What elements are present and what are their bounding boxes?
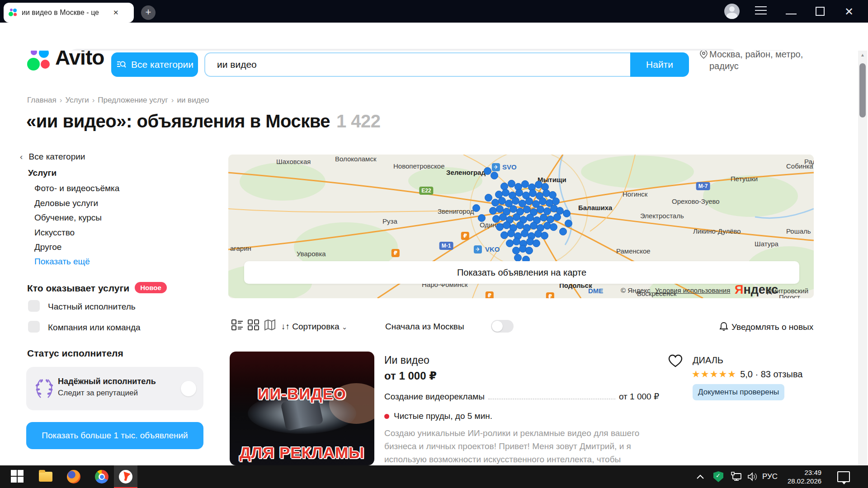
yandex-maps-logo[interactable]: Яндекс Карты: [735, 283, 814, 298]
map-badge: ₽: [486, 291, 494, 298]
tab-close-icon[interactable]: ✕: [113, 9, 119, 17]
map-label: Ликино-Дулёво: [693, 227, 741, 235]
page-title: «ии видео»: объявления в Москве1 422: [26, 111, 381, 131]
map-badge: ₽: [546, 292, 554, 298]
checkbox-private-performer[interactable]: [28, 300, 40, 312]
view-grid-icon[interactable]: [248, 319, 259, 331]
location-line2: радиус: [709, 61, 739, 71]
trusted-performer-toggle[interactable]: [181, 381, 196, 396]
restore-button[interactable]: [816, 7, 825, 16]
results-map[interactable]: ШаховскаяВолоколамскНовопетровскоеЗелено…: [228, 155, 814, 298]
file-explorer-icon[interactable]: [39, 470, 52, 483]
map-label: агарин: [230, 244, 251, 252]
firefox-icon[interactable]: [67, 470, 80, 483]
sort-label: Сортировка: [292, 322, 339, 331]
volume-icon[interactable]: [747, 465, 758, 488]
sidebar-back-label: Все категории: [29, 152, 85, 161]
screen: ии видео в Москве - це ✕ + ✕ ← ⟳ https:/…: [0, 0, 868, 488]
browser-tab[interactable]: ии видео в Москве - це ✕: [4, 3, 134, 23]
listing-image[interactable]: ИИ-ВИДЕО ДЛЯ РЕКЛАМЫ: [230, 352, 374, 465]
show-on-map-button[interactable]: Показать объявления на карте: [244, 261, 799, 284]
trusted-performer-title: Надёжный исполнитель: [58, 377, 156, 386]
avito-logo-text[interactable]: Avito: [55, 51, 104, 70]
sort-arrows-icon: ↓↑: [281, 322, 290, 331]
sidebar-item[interactable]: Деловые услуги: [34, 198, 98, 208]
map-label: Балашиха: [578, 204, 612, 211]
notifications-icon[interactable]: [837, 465, 850, 488]
yandex-browser-taskbar-item[interactable]: [114, 465, 137, 488]
map-dot: [514, 254, 522, 262]
map-label: Зеленоград: [446, 169, 486, 176]
scrollbar-thumb[interactable]: [859, 63, 866, 117]
all-categories-label: Все категории: [131, 59, 193, 70]
start-button-icon[interactable]: [11, 470, 24, 483]
breadcrumb-item[interactable]: Предложение услуг: [98, 96, 168, 104]
map-attribution: © Яндекс Условия использования: [621, 286, 730, 294]
sidebar-item[interactable]: Искусство: [34, 228, 75, 238]
tray-chevron-icon[interactable]: [696, 465, 704, 488]
chrome-icon[interactable]: [95, 470, 108, 483]
sidebar-item[interactable]: Фото- и видеосъёмка: [34, 183, 119, 193]
show-on-map-label: Показать объявления на карте: [457, 267, 586, 278]
tray-time: 23:49: [788, 468, 821, 477]
menu-icon[interactable]: [755, 6, 767, 15]
trusted-performer-subtitle: Следит за репутацией: [58, 389, 138, 398]
minimize-button[interactable]: [786, 14, 797, 14]
location-selector[interactable]: Москва, район, метро, радиус: [700, 51, 849, 72]
tray-date: 28.02.2026: [788, 477, 821, 485]
who-provides-label: Кто оказывает услуги: [27, 283, 129, 293]
view-list-icon[interactable]: [231, 319, 243, 331]
breadcrumb-item[interactable]: Услуги: [65, 96, 89, 104]
sidebar-show-more-link[interactable]: Показать ещё: [34, 257, 90, 267]
breadcrumb-item[interactable]: ии видео: [177, 96, 209, 104]
listing-title[interactable]: Ии видео: [384, 354, 429, 366]
checkbox-company-team-label[interactable]: Компания или команда: [48, 323, 141, 333]
clock[interactable]: 23:49 28.02.2026: [788, 465, 821, 488]
service-price: от 1 000 ₽: [619, 391, 659, 402]
map-label: Руза: [382, 217, 397, 225]
results-count: 1 422: [336, 111, 381, 131]
location-pin-icon: [700, 51, 708, 59]
chevron-down-icon: ⌄: [342, 323, 348, 331]
language-indicator[interactable]: РУС: [762, 465, 778, 488]
new-tab-button[interactable]: +: [141, 5, 156, 20]
sort-dropdown[interactable]: ↓↑ Сортировка ⌄: [281, 322, 347, 332]
notify-new-button[interactable]: Уведомлять о новых: [719, 322, 813, 332]
sidebar-back-link[interactable]: ‹ Все категории: [20, 152, 85, 162]
show-more-listings-button[interactable]: Показать больше 1 тыс. объявлений: [26, 422, 203, 449]
toggle-knob: [492, 321, 503, 332]
trusted-performer-card[interactable]: Надёжный исполнитель Следит за репутацие…: [26, 367, 203, 410]
listing-image-text-bottom: ДЛЯ РЕКЛАМЫ: [230, 444, 374, 462]
map-label: Звенигород: [438, 207, 474, 215]
security-shield-icon[interactable]: [713, 465, 723, 488]
view-map-icon[interactable]: [264, 319, 276, 331]
map-badge: М-1: [439, 242, 453, 250]
find-button[interactable]: Найти: [630, 52, 689, 77]
map-label: Раменское: [616, 247, 651, 255]
listing-price: от 1 000 ₽: [384, 370, 437, 382]
avito-logo-icon[interactable]: [26, 51, 53, 74]
search-input[interactable]: ии видео: [204, 52, 630, 77]
map-terms-link[interactable]: Условия использования: [655, 286, 731, 294]
checkbox-private-performer-label[interactable]: Частный исполнитель: [48, 302, 136, 312]
sidebar-item[interactable]: Обучение, курсы: [34, 213, 102, 223]
from-moscow-label[interactable]: Сначала из Москвы: [385, 322, 464, 332]
map-dot: [533, 239, 540, 247]
breadcrumb-item[interactable]: Главная: [27, 96, 57, 104]
checkbox-company-team[interactable]: [28, 321, 40, 333]
sidebar-category-uslugi[interactable]: Услуги: [28, 168, 57, 178]
map-dot: [472, 204, 480, 212]
map-label: Ногинск: [623, 190, 647, 198]
scrollbar-up-arrow[interactable]: ▲: [858, 52, 867, 57]
map-badge: М-7: [696, 182, 710, 190]
from-moscow-toggle[interactable]: [491, 320, 514, 333]
sidebar-item[interactable]: Другое: [34, 242, 61, 252]
notify-new-label: Уведомлять о новых: [731, 322, 813, 332]
favorite-heart-icon[interactable]: [668, 354, 683, 368]
page-scrollbar[interactable]: ▲: [858, 51, 867, 465]
profile-avatar[interactable]: [724, 4, 740, 19]
close-window-button[interactable]: ✕: [844, 5, 854, 18]
all-categories-button[interactable]: Все категории: [111, 52, 198, 77]
network-icon[interactable]: [731, 465, 742, 488]
seller-name[interactable]: ДИАЛЬ: [693, 355, 723, 366]
